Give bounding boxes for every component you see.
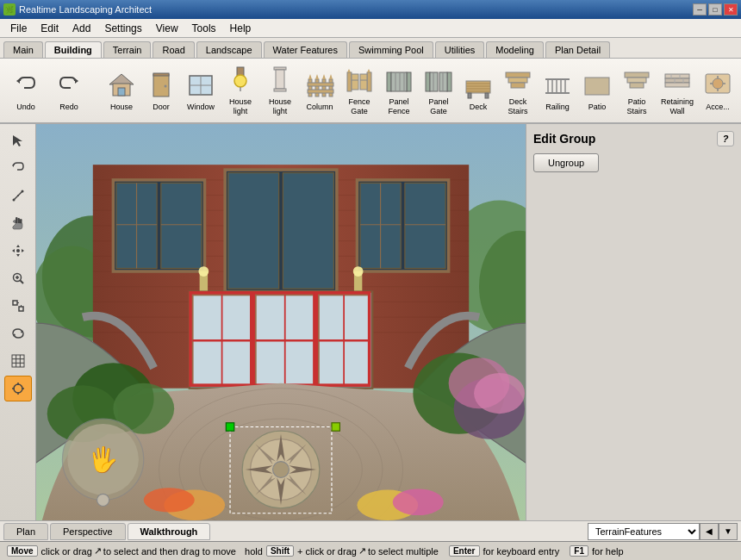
svg-marker-23 (308, 74, 312, 79)
zoom-extent-tool[interactable] (4, 293, 32, 319)
menu-tools[interactable]: Tools (185, 21, 223, 36)
retaining-wall-icon (662, 65, 693, 96)
select-desc-text: to select and then drag to move (103, 546, 236, 557)
svg-marker-86 (13, 135, 22, 146)
fence-button[interactable]: Column (302, 65, 338, 116)
accessories-label: Acce... (706, 103, 730, 112)
tab-plan-detail[interactable]: Plan Detail (545, 41, 610, 58)
help-button[interactable]: ? (717, 131, 734, 146)
undo-button[interactable]: Undo (5, 65, 47, 116)
maximize-button[interactable]: □ (708, 3, 722, 16)
fence-gate-button[interactable]: Fence Gate (341, 60, 377, 121)
house-light-label: House light (229, 97, 252, 116)
view-select[interactable]: TerrainFeatures (588, 523, 700, 540)
menu-help[interactable]: Help (223, 21, 258, 36)
panel-fence-label: Panel Fence (388, 97, 409, 116)
rotate-3d-tool[interactable] (4, 320, 32, 346)
hand-tool[interactable] (4, 210, 32, 236)
redo-button[interactable]: Redo (48, 65, 90, 116)
draw-tool[interactable] (4, 183, 32, 208)
menu-file[interactable]: File (3, 21, 34, 36)
patio-stairs-button[interactable]: Patio Stairs (619, 60, 655, 121)
svg-marker-2 (109, 74, 134, 84)
svg-rect-16 (274, 89, 286, 91)
retaining-wall-button[interactable]: Retaining Wall (658, 60, 696, 121)
canvas-area[interactable]: 🖐 (36, 124, 526, 520)
tab-perspective[interactable]: Perspective (50, 523, 125, 540)
svg-point-177 (273, 462, 290, 478)
deck-stairs-button[interactable]: Deck Stairs (500, 60, 536, 121)
ungroup-button[interactable]: Ungroup (533, 153, 599, 172)
tab-road[interactable]: Road (153, 41, 194, 58)
menu-settings[interactable]: Settings (97, 21, 148, 36)
svg-rect-35 (387, 72, 391, 91)
house-light-button[interactable]: House light (222, 60, 258, 121)
panel-fence-button[interactable]: Panel Fence (381, 60, 417, 121)
tab-building[interactable]: Building (45, 41, 102, 58)
undo-left-tool[interactable] (4, 155, 32, 181)
tab-main[interactable]: Main (3, 41, 43, 58)
svg-point-91 (17, 195, 19, 196)
scene-3d-view: 🖐 (36, 124, 526, 520)
main-tab-bar: Main Building Terrain Road Landscape Wat… (0, 38, 741, 59)
menu-edit[interactable]: Edit (34, 21, 65, 36)
tab-modeling[interactable]: Modeling (486, 41, 544, 58)
svg-marker-34 (367, 69, 370, 72)
accessories-icon (702, 70, 733, 101)
svg-rect-4 (118, 88, 125, 96)
enter-key: Enter (449, 545, 480, 557)
accessories-button[interactable]: Acce... (700, 65, 736, 116)
click-drag-text: click or drag (41, 546, 92, 557)
patio-stairs-icon (621, 65, 652, 96)
railing-button[interactable]: Railing (539, 65, 576, 116)
svg-rect-28 (367, 72, 371, 91)
tab-landscape[interactable]: Landscape (196, 41, 262, 58)
svg-marker-95 (16, 245, 20, 247)
svg-rect-36 (407, 72, 411, 91)
svg-rect-55 (508, 78, 527, 83)
select-multiple-text: to select multiple (368, 546, 439, 557)
patio-button[interactable]: Patio (579, 65, 615, 116)
pan-tool[interactable] (4, 238, 32, 264)
tab-utilities[interactable]: Utilities (435, 41, 484, 58)
svg-point-81 (713, 78, 723, 89)
tab-pool[interactable]: Swimming Pool (349, 41, 433, 58)
close-button[interactable]: ✕ (724, 3, 738, 16)
svg-point-12 (234, 75, 246, 87)
menu-add[interactable]: Add (65, 21, 97, 36)
house-button[interactable]: House (103, 65, 140, 116)
window-button[interactable]: Window (183, 65, 219, 116)
view-prev-button[interactable]: ◀ (700, 523, 719, 540)
column-button[interactable]: House light (262, 60, 298, 121)
tab-terrain[interactable]: Terrain (103, 41, 152, 58)
grid-tool[interactable] (4, 348, 32, 374)
redo-label: Redo (59, 103, 78, 112)
fence-gate-label: Fence Gate (348, 97, 370, 116)
svg-marker-33 (347, 69, 351, 72)
select-tool[interactable] (4, 128, 32, 153)
minimize-button[interactable]: ─ (693, 3, 707, 16)
tab-walkthrough[interactable]: Walkthrough (128, 523, 211, 540)
tab-water[interactable]: Water Features (264, 41, 347, 58)
bottom-tab-bar: Plan Perspective Walkthrough TerrainFeat… (0, 520, 741, 541)
door-button[interactable]: Door (143, 65, 179, 116)
panel-gate-button[interactable]: Panel Gate (420, 60, 457, 121)
svg-point-196 (393, 488, 444, 515)
column-label: House light (265, 97, 296, 116)
snap-tool[interactable] (4, 376, 32, 401)
right-panel: Edit Group ? Ungroup (526, 124, 741, 520)
panel-fence-icon (383, 65, 414, 96)
svg-rect-30 (360, 74, 367, 90)
svg-point-99 (16, 249, 20, 252)
svg-rect-74 (665, 78, 689, 83)
svg-text:🖐: 🖐 (88, 445, 119, 475)
redo-icon (53, 70, 84, 101)
menu-view[interactable]: View (149, 21, 185, 36)
zoom-tool[interactable] (4, 265, 32, 291)
house-label: House (110, 103, 133, 112)
left-toolbar (0, 124, 36, 520)
deck-button[interactable]: Deck (460, 65, 496, 116)
undo-icon (10, 70, 41, 101)
tab-plan[interactable]: Plan (3, 523, 48, 540)
view-next-button[interactable]: ▼ (719, 523, 738, 540)
